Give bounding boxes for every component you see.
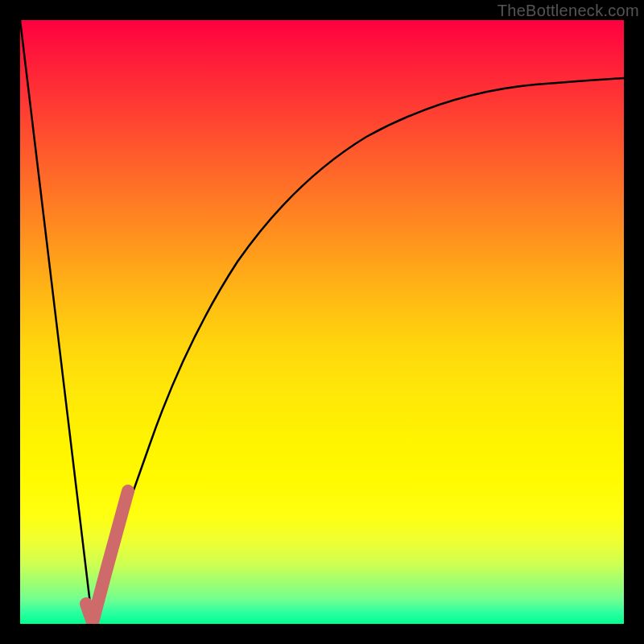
right-branch-curve — [93, 78, 624, 624]
plot-area — [20, 20, 624, 624]
highlight-segment — [86, 491, 128, 622]
curve-layer — [20, 20, 624, 624]
left-branch-line — [20, 20, 93, 624]
chart-frame: TheBottleneck.com — [0, 0, 644, 644]
watermark-text: TheBottleneck.com — [497, 2, 639, 20]
